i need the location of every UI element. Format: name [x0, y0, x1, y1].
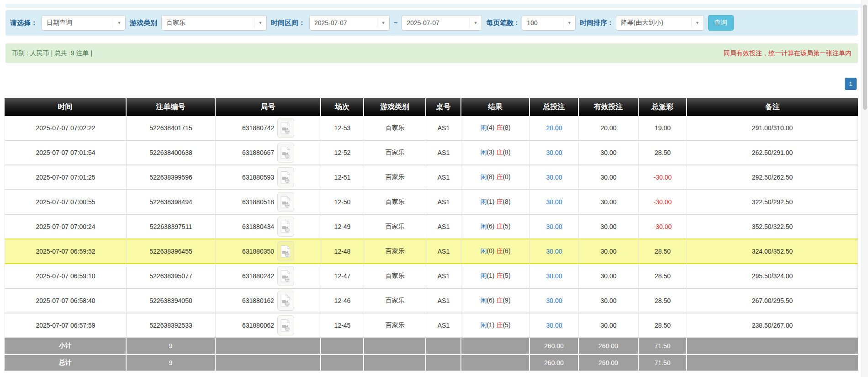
video-icon[interactable] [277, 291, 294, 311]
bet-id-cell: 522638396455 [127, 239, 216, 264]
result-player-points: (6) [487, 297, 494, 304]
note-cell: 295.50/324.00 [687, 264, 858, 289]
table-row[interactable]: 2025-07-07 07:01:54522638400638631880667… [5, 141, 858, 165]
game-type-cell: 百家乐 [364, 313, 426, 338]
table-footer: 小计9260.00260.0071.50总计9260.00260.0071.50 [5, 338, 858, 372]
chevron-down-icon: ▼ [563, 18, 575, 28]
footer-count: 9 [127, 355, 216, 372]
footer-valid-bet: 260.00 [579, 338, 639, 355]
table-row[interactable]: 2025-07-07 06:59:52522638396455631880350… [5, 239, 858, 264]
date-to-select[interactable]: 2025-07-07 ▼ [402, 15, 482, 31]
valid-bet-cell: 20.00 [579, 116, 639, 141]
query-button[interactable]: 查询 [708, 15, 734, 31]
table-row[interactable]: 2025-07-07 07:00:24522638397511631880434… [5, 215, 858, 239]
game-type-cell: 百家乐 [364, 264, 426, 289]
video-file-glyph [281, 171, 291, 184]
result-banker-label: 庄 [496, 149, 503, 156]
table-row[interactable]: 2025-07-07 07:00:55522638398494631880518… [5, 190, 858, 215]
scrollbar-thumb[interactable] [863, 5, 867, 110]
chevron-down-icon: ▼ [691, 18, 704, 28]
total-bet-link[interactable]: 30.00 [546, 174, 562, 181]
game-type-label: 游戏类别 [130, 19, 157, 27]
total-bet-link[interactable]: 30.00 [546, 248, 562, 255]
video-icon[interactable] [277, 217, 294, 237]
total-bet-link[interactable]: 30.00 [546, 198, 562, 206]
table-no-cell: AS1 [426, 313, 461, 338]
round-id: 631880434 [242, 223, 274, 230]
footer-empty [426, 338, 461, 355]
result-player-label: 闲 [480, 149, 487, 156]
table-row[interactable]: 2025-07-07 07:02:22522638401715631880742… [5, 116, 858, 141]
session-cell: 12-48 [321, 239, 364, 264]
video-icon[interactable] [277, 192, 294, 212]
table-no-cell: AS1 [426, 116, 461, 141]
chevron-down-icon: ▼ [377, 18, 389, 28]
table-row[interactable]: 2025-07-07 06:59:10522638395077631880242… [5, 264, 858, 289]
result-banker-points: (8) [503, 198, 510, 205]
col-header-8: 总投注 [530, 98, 579, 116]
session-cell: 12-53 [321, 116, 364, 141]
scrollbar[interactable] [862, 0, 868, 377]
footer-valid-bet: 260.00 [579, 355, 639, 372]
result-banker-label: 庄 [496, 223, 503, 230]
chevron-down-icon: ▼ [113, 18, 125, 28]
result-player-points: (4) [487, 124, 494, 131]
result-banker-label: 庄 [496, 124, 503, 131]
result-banker-label: 庄 [496, 198, 503, 205]
page-1-button[interactable]: 1 [845, 78, 857, 90]
sort-order-label: 时间排序 : [580, 19, 611, 27]
filter-panel: 请选择： 日期查询 ▼ 游戏类别 百家乐 ▼ 时间区间： 2025-07-07 … [5, 10, 858, 36]
date-from-select[interactable]: 2025-07-07 ▼ [309, 15, 390, 31]
video-icon[interactable] [277, 143, 294, 163]
result-banker-label: 庄 [496, 321, 503, 329]
total-bet-link[interactable]: 20.00 [546, 124, 562, 132]
video-icon[interactable] [277, 315, 294, 335]
table-no-cell: AS1 [426, 141, 461, 165]
summary-currency-count: 币别 : 人民币 | 总共 :9 注单 | [12, 49, 92, 58]
col-header-10: 总派彩 [639, 98, 687, 116]
page-size-select[interactable]: 100 ▼ [522, 15, 576, 31]
table-row[interactable]: 2025-07-07 06:57:59522638392533631880062… [5, 313, 858, 338]
note-cell: 267.00/295.50 [687, 289, 858, 313]
total-bet-link[interactable]: 30.00 [546, 149, 562, 156]
result-banker-points: (0) [503, 173, 510, 181]
time-cell: 2025-07-07 07:00:55 [5, 190, 127, 215]
table-body: 2025-07-07 07:02:22522638401715631880742… [5, 116, 858, 338]
total-bet-link[interactable]: 30.00 [546, 272, 562, 280]
result-player-label: 闲 [480, 297, 487, 304]
game-type-select[interactable]: 百家乐 ▼ [161, 15, 267, 31]
round-id-cell: 631880062 [216, 313, 321, 338]
sort-order-select[interactable]: 降幂(由大到小) ▼ [616, 15, 704, 31]
total-bet-link[interactable]: 30.00 [546, 322, 562, 329]
video-icon[interactable] [277, 118, 294, 138]
result-cell: 闲(6) 庄(9) [461, 289, 530, 313]
valid-bet-cell: 30.00 [579, 239, 639, 264]
footer-empty [364, 338, 426, 355]
query-type-select[interactable]: 日期查询 ▼ [42, 15, 126, 31]
result-banker-points: (6) [503, 247, 510, 255]
game-type-cell: 百家乐 [364, 289, 426, 313]
video-icon[interactable] [277, 167, 294, 187]
round-id-cell: 631880593 [216, 165, 321, 190]
round-id: 631880162 [242, 297, 274, 304]
result-banker-points: (5) [503, 321, 510, 329]
total-bet-link[interactable]: 30.00 [546, 297, 562, 304]
subtotal-row: 小计9260.00260.0071.50 [5, 338, 858, 355]
total-bet-cell: 30.00 [530, 215, 579, 239]
table-header-row: 时间注单编号局号场次游戏类别桌号结果总投注有效投注总派彩备注 [5, 98, 858, 116]
total-bet-link[interactable]: 30.00 [546, 223, 562, 230]
table-row[interactable]: 2025-07-07 07:01:25522638399596631880593… [5, 165, 858, 190]
payout-cell: 28.50 [639, 289, 687, 313]
bet-id-cell: 522638399596 [127, 165, 216, 190]
table-row[interactable]: 2025-07-07 06:58:40522638394050631880162… [5, 289, 858, 313]
video-file-glyph [281, 220, 291, 233]
col-header-4: 场次 [321, 98, 364, 116]
result-banker-points: (5) [503, 272, 510, 279]
game-type-cell: 百家乐 [364, 215, 426, 239]
video-icon[interactable] [277, 266, 294, 286]
video-icon[interactable] [277, 241, 294, 261]
table-no-cell: AS1 [426, 215, 461, 239]
payout-cell: -30.00 [639, 215, 687, 239]
bet-id-cell: 522638395077 [127, 264, 216, 289]
table-no-cell: AS1 [426, 289, 461, 313]
